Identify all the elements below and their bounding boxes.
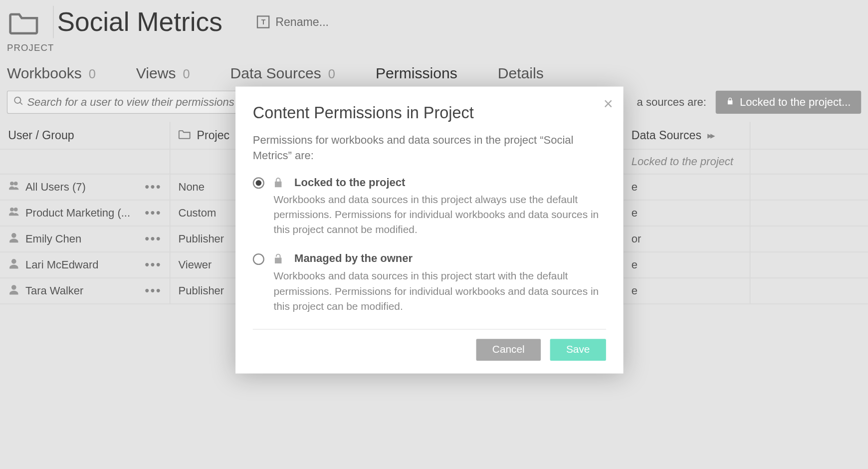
option-managed-by-owner[interactable]: Managed by the owner Workbooks and data … xyxy=(253,252,606,314)
modal-divider xyxy=(253,329,606,329)
option-locked-body: Workbooks and data sources in this proje… xyxy=(272,192,606,237)
option-locked-to-project[interactable]: Locked to the project Workbooks and data… xyxy=(253,176,606,237)
option-locked-title: Locked to the project xyxy=(294,176,606,189)
unlock-icon xyxy=(272,252,290,268)
option-managed-title: Managed by the owner xyxy=(294,252,606,265)
modal-description: Permissions for workbooks and data sourc… xyxy=(253,133,606,164)
modal-title: Content Permissions in Project xyxy=(253,104,606,122)
close-button[interactable]: × xyxy=(604,95,613,113)
close-icon: × xyxy=(604,95,613,113)
save-button[interactable]: Save xyxy=(550,339,606,361)
option-managed-body: Workbooks and data sources in this proje… xyxy=(272,269,606,314)
radio-managed[interactable] xyxy=(253,253,264,265)
radio-locked[interactable] xyxy=(253,177,264,189)
cancel-button[interactable]: Cancel xyxy=(476,339,541,361)
modal-overlay: × Content Permissions in Project Permiss… xyxy=(0,0,868,469)
content-permissions-modal: × Content Permissions in Project Permiss… xyxy=(235,87,624,374)
lock-icon xyxy=(272,176,290,192)
